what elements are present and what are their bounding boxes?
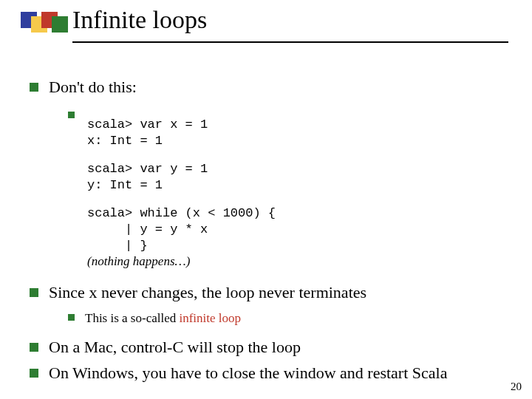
page-number: 20 [511,381,522,393]
code-block-3: scala> while (x < 1000) { | y = y * x | … [87,205,510,254]
bullet-icon [30,288,38,297]
code-block-2: scala> var y = 1 y: Int = 1 [87,161,510,194]
code-nothing-happens: (nothing happens…) [87,254,510,269]
title-underline [72,41,508,43]
bullet-text: On a Mac, control-C will stop the loop [49,337,301,358]
bullet-text-pre: This is a so-called [85,311,179,325]
bullet-text-red: infinite loop [179,311,241,325]
bullet-text: This is a so-called infinite loop [85,310,241,327]
slide-body: Don't do this: scala> var x = 1 x: Int =… [30,71,510,383]
bullet-icon [68,314,75,321]
bullet-mac: On a Mac, control-C will stop the loop [30,337,510,358]
slide: Infinite loops Don't do this: scala> var… [0,0,532,399]
bullet-icon [30,369,38,378]
bullet-infinite-loop: This is a so-called infinite loop [68,310,510,327]
bullet-icon [30,83,38,92]
bullet-windows: On Windows, you have to close the window… [30,363,510,383]
bullet-text: On Windows, you have to close the window… [49,363,447,383]
bullet-icon [30,343,38,352]
bullet-dont-do-this: Don't do this: [30,77,510,98]
slide-title: Infinite loops [72,6,207,34]
code-block-1: scala> var x = 1 x: Int = 1 [87,117,510,149]
bullet-text: Since x never changes, the loop never te… [49,282,366,303]
bullet-never-terminates: Since x never changes, the loop never te… [30,282,510,303]
bullet-icon [68,112,75,118]
bullet-text: Don't do this: [49,77,137,98]
logo-square-green [52,16,68,33]
logo [21,12,62,38]
